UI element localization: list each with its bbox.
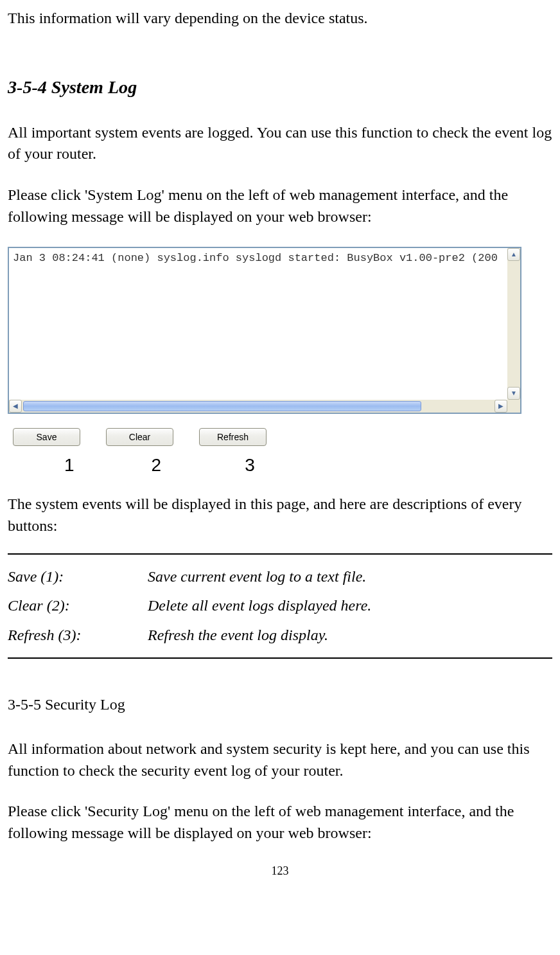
log-textarea[interactable]: Jan 3 08:24:41 (none) syslog.info syslog…: [8, 247, 521, 414]
desc-text-clear: Delete all event logs displayed here.: [148, 595, 552, 617]
desc-text-refresh: Refresh the event log display.: [148, 625, 552, 647]
desc-label-save: Save (1):: [8, 566, 148, 588]
desc-label-clear: Clear (2):: [8, 595, 148, 617]
annotation-1: 1: [64, 452, 74, 477]
scroll-right-icon[interactable]: ▶: [494, 400, 507, 413]
system-log-paragraph-1: All important system events are logged. …: [8, 122, 552, 165]
scroll-thumb[interactable]: [23, 401, 421, 411]
refresh-button[interactable]: Refresh: [199, 428, 267, 446]
screenshot-system-log: Jan 3 08:24:41 (none) syslog.info syslog…: [8, 247, 552, 446]
buttons-row: Save Clear Refresh: [8, 428, 552, 446]
log-content-text: Jan 3 08:24:41 (none) syslog.info syslog…: [9, 248, 520, 269]
scroll-down-icon[interactable]: ▼: [507, 387, 520, 400]
section-heading-security-log: 3-5-5 Security Log: [8, 694, 552, 716]
save-button[interactable]: Save: [13, 428, 80, 446]
table-row: Save (1): Save current event log to a te…: [8, 566, 552, 588]
scroll-up-icon[interactable]: ▲: [507, 248, 520, 261]
annotation-3: 3: [245, 452, 255, 477]
descriptions-table: Save (1): Save current event log to a te…: [8, 553, 552, 659]
table-row: Refresh (3): Refresh the event log displ…: [8, 625, 552, 647]
button-annotations: 1 2 3: [8, 452, 552, 477]
desc-text-save: Save current event log to a text file.: [148, 566, 552, 588]
system-log-paragraph-2: Please click 'System Log' menu on the le…: [8, 184, 552, 228]
intro-text: This information will vary depending on …: [8, 8, 552, 30]
clear-button[interactable]: Clear: [106, 428, 173, 446]
scroll-left-icon[interactable]: ◀: [9, 400, 22, 413]
scroll-corner: [507, 400, 520, 413]
section-heading-system-log: 3-5-4 System Log: [8, 75, 552, 100]
page-number: 123: [8, 863, 552, 879]
horizontal-scrollbar[interactable]: ◀ ▶: [9, 400, 507, 413]
desc-label-refresh: Refresh (3):: [8, 625, 148, 647]
security-log-paragraph-2: Please click 'Security Log' menu on the …: [8, 801, 552, 844]
table-row: Clear (2): Delete all event logs display…: [8, 595, 552, 617]
security-log-paragraph-1: All information about network and system…: [8, 738, 552, 781]
annotation-2: 2: [152, 452, 162, 477]
vertical-scrollbar[interactable]: ▲ ▼: [507, 248, 520, 400]
description-intro: The system events will be displayed in t…: [8, 494, 552, 537]
